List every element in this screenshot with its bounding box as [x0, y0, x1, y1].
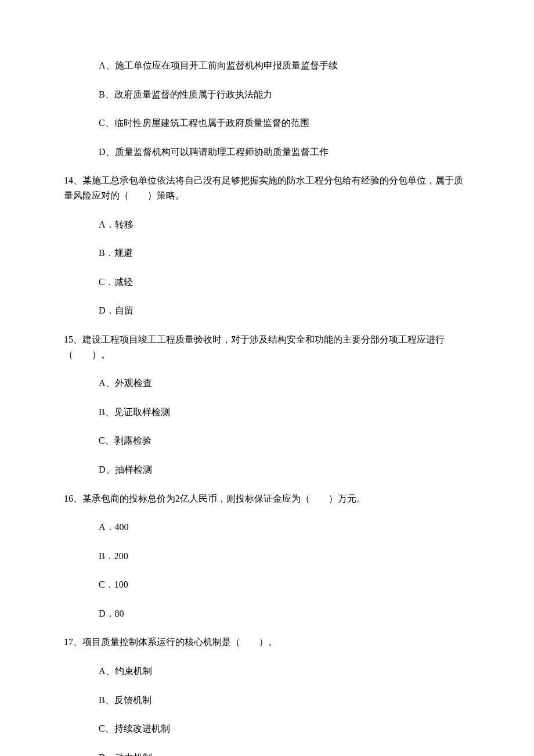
q15-option-d: D、抽样检测 — [64, 462, 470, 477]
q13-option-a: A、施工单位应在项目开工前向监督机构申报质量监督手续 — [64, 58, 470, 73]
q14-stem: 14、某施工总承包单位依法将自己没有足够把握实施的防水工程分包给有经验的分包单位… — [64, 173, 470, 203]
q16-option-a: A．400 — [64, 520, 470, 535]
q16-option-d: D．80 — [64, 606, 470, 621]
q17-option-c: C、持续改进机制 — [64, 721, 470, 736]
q14-option-c: C．减轻 — [64, 275, 470, 290]
q13-option-b: B、政府质量监督的性质属于行政执法能力 — [64, 87, 470, 102]
q14-option-b: B．规避 — [64, 246, 470, 261]
q15-option-a: A、外观检查 — [64, 376, 470, 391]
q16-option-b: B．200 — [64, 549, 470, 564]
q17-option-a: A、约束机制 — [64, 664, 470, 679]
q15-option-b: B、见证取样检测 — [64, 405, 470, 420]
q14-option-a: A．转移 — [64, 217, 470, 232]
q17-stem: 17、项目质量控制体系运行的核心机制是（ ）。 — [64, 635, 470, 650]
q15-stem: 15、建设工程项目竣工工程质量验收时，对于涉及结构安全和功能的主要分部分项工程应… — [64, 332, 470, 362]
q16-stem: 16、某承包商的投标总价为2亿人民币，则投标保证金应为（ ）万元。 — [64, 491, 470, 506]
page-container: A、施工单位应在项目开工前向监督机构申报质量监督手续 B、政府质量监督的性质属于… — [0, 0, 534, 756]
q13-option-d: D、质量监督机构可以聘请助理工程师协助质量监督工作 — [64, 145, 470, 160]
q13-option-c: C、临时性房屋建筑工程也属于政府质量监督的范围 — [64, 116, 470, 131]
q14-option-d: D．自留 — [64, 303, 470, 318]
q15-option-c: C、剥露检验 — [64, 433, 470, 448]
q17-option-b: B、反馈机制 — [64, 693, 470, 708]
q17-option-d: D、动力机制 — [64, 750, 470, 756]
q16-option-c: C．100 — [64, 577, 470, 592]
